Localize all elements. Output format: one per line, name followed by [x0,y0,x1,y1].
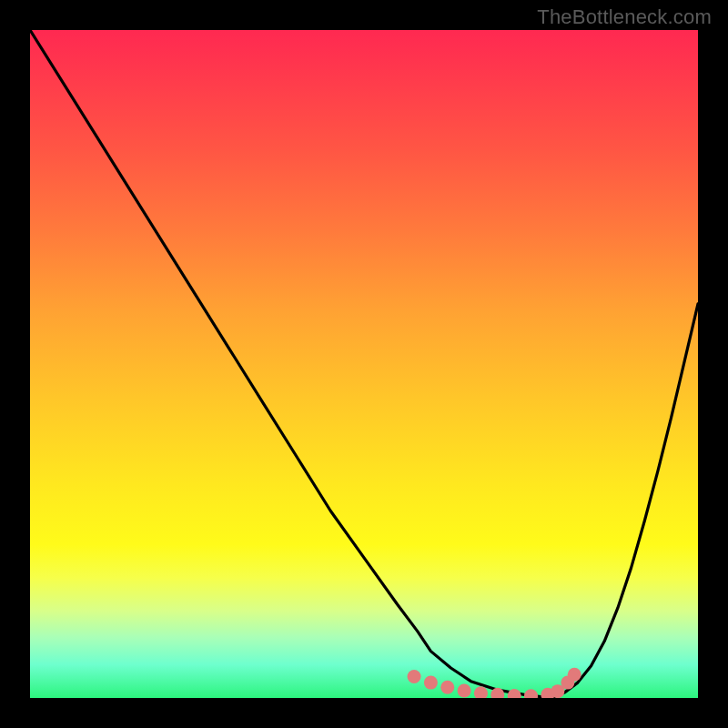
highlight-dot [568,668,581,682]
curve-group [30,30,698,698]
highlight-dot [440,681,454,694]
highlight-dot [424,676,438,690]
watermark-text: TheBottleneck.com [537,5,712,29]
highlight-group [408,668,581,698]
curve-svg [30,30,698,698]
chart-container [30,30,698,698]
highlight-dot [458,683,471,697]
highlight-dot [524,689,538,698]
highlight-dot [508,689,521,698]
highlight-dot [474,686,488,698]
highlight-dot [408,670,421,683]
plot-area [30,30,698,698]
curve-line [551,304,698,698]
curve-line [30,30,551,698]
